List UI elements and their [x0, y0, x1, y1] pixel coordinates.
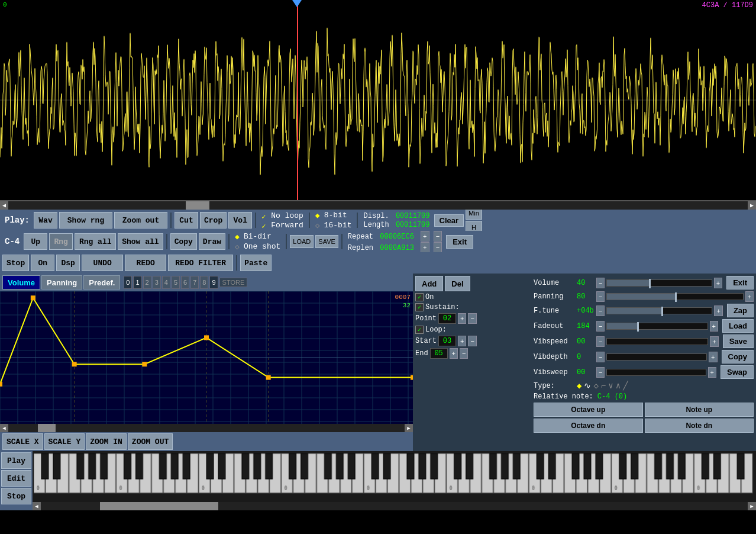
- tab-predef[interactable]: Predef.: [83, 275, 120, 289]
- env-canvas-area[interactable]: 0007 32: [0, 291, 413, 424]
- note-dn-button[interactable]: Note dn: [645, 419, 754, 433]
- piano-scrollbar[interactable]: ◀ ▶: [33, 502, 756, 510]
- end-plus[interactable]: +: [450, 348, 458, 359]
- type-saw[interactable]: ∨: [608, 381, 613, 391]
- load-button[interactable]: LOAD: [290, 235, 314, 248]
- note-up-button[interactable]: Note up: [645, 403, 754, 417]
- paste-button[interactable]: Paste: [240, 255, 272, 271]
- crop-button[interactable]: Crop: [200, 212, 227, 229]
- point-minus[interactable]: −: [468, 313, 476, 324]
- vibdepth-slider[interactable]: [606, 353, 707, 361]
- piano-play-button[interactable]: Play: [1, 452, 31, 469]
- volume-minus[interactable]: −: [596, 278, 605, 288]
- redo-button[interactable]: REDO: [125, 255, 166, 271]
- waveform-scrollbar[interactable]: ◀ ▶: [0, 201, 756, 210]
- scroll-thumb[interactable]: [186, 201, 209, 210]
- vibspeed-minus[interactable]: −: [596, 336, 605, 347]
- replen-minus[interactable]: −: [434, 242, 442, 253]
- draw-button[interactable]: Draw: [199, 233, 225, 250]
- vibspeed-slider[interactable]: [606, 338, 708, 345]
- env-num-9[interactable]: 9: [209, 276, 218, 289]
- volume-slider[interactable]: [606, 279, 712, 287]
- type-wave[interactable]: ∿: [584, 381, 591, 391]
- ftune-minus[interactable]: −: [596, 305, 605, 316]
- forward-option[interactable]: ✓ Forward: [261, 221, 303, 230]
- envelope-canvas[interactable]: [0, 291, 413, 424]
- start-minus[interactable]: −: [468, 336, 476, 346]
- env-num-8[interactable]: 8: [200, 276, 208, 289]
- oneshot-option[interactable]: ◇ One shot: [235, 242, 280, 252]
- env-num-2[interactable]: 2: [143, 276, 151, 289]
- inst-load-button[interactable]: Load: [722, 319, 754, 333]
- undo-button[interactable]: UNDO: [82, 255, 123, 271]
- tab-panning[interactable]: Panning: [41, 275, 82, 289]
- env-scroll-right[interactable]: ▶: [405, 424, 413, 432]
- piano-edit-button[interactable]: Edit: [1, 470, 31, 487]
- copy-button[interactable]: Copy: [170, 233, 197, 250]
- env-num-7[interactable]: 7: [190, 276, 199, 289]
- rng-all-button[interactable]: Rng all: [75, 233, 116, 250]
- no-loop-option[interactable]: ✓ No loop: [261, 211, 303, 220]
- repeat-plus[interactable]: +: [421, 231, 429, 242]
- vibsweep-slider[interactable]: [606, 369, 706, 376]
- bit8-option[interactable]: ◆ 8-bit: [315, 211, 352, 220]
- env-num-6[interactable]: 6: [181, 276, 189, 289]
- zoom-out-env-button[interactable]: ZOOM OUT: [128, 433, 173, 450]
- panning-plus[interactable]: +: [745, 291, 754, 302]
- tab-volume[interactable]: Volume: [2, 275, 40, 289]
- del-button[interactable]: Del: [445, 276, 470, 291]
- piano-keys-visual[interactable]: [33, 451, 756, 502]
- zoom-in-button[interactable]: ZOOM IN: [86, 433, 127, 450]
- store-button[interactable]: STORE: [219, 278, 248, 287]
- piano-stop-button[interactable]: Stop: [1, 488, 31, 504]
- stop-button[interactable]: Stop: [2, 255, 29, 271]
- inst-swap-button[interactable]: Swap: [721, 365, 754, 379]
- env-hscrollbar[interactable]: ◀ ▶: [0, 424, 413, 432]
- add-button[interactable]: Add: [415, 276, 443, 291]
- env-scroll-left[interactable]: ◀: [0, 424, 8, 432]
- vibdepth-minus[interactable]: −: [596, 352, 605, 362]
- dsp-button[interactable]: Dsp: [56, 255, 80, 271]
- bit16-option[interactable]: ◇ 16-bit: [315, 221, 352, 230]
- piano-scroll-left[interactable]: ◀: [33, 502, 41, 510]
- vol-button[interactable]: Vol: [228, 212, 252, 229]
- inst-copy-button[interactable]: Copy: [722, 350, 754, 363]
- panning-slider[interactable]: [606, 293, 743, 300]
- piano-scroll-track[interactable]: [41, 502, 748, 510]
- env-scroll-track[interactable]: [8, 424, 405, 432]
- vibsweep-plus[interactable]: +: [708, 367, 716, 378]
- type-inv[interactable]: ∧: [616, 381, 621, 391]
- start-plus[interactable]: +: [458, 336, 466, 346]
- panning-minus[interactable]: −: [596, 291, 605, 302]
- fadeout-minus[interactable]: −: [596, 321, 605, 332]
- show-all-button[interactable]: Show all: [118, 233, 163, 250]
- up-button[interactable]: Up: [24, 233, 47, 250]
- vibdepth-plus[interactable]: +: [709, 352, 717, 362]
- env-num-1[interactable]: 1: [133, 276, 141, 289]
- on-checkbox[interactable]: [415, 293, 424, 301]
- fadeout-plus[interactable]: +: [710, 321, 718, 332]
- volume-plus[interactable]: +: [714, 278, 722, 288]
- ftune-slider[interactable]: [606, 307, 712, 314]
- piano-scroll-right[interactable]: ▶: [748, 502, 756, 510]
- env-num-5[interactable]: 5: [172, 276, 180, 289]
- env-scroll-thumb[interactable]: [38, 424, 56, 432]
- show-rng-button[interactable]: Show rng: [59, 212, 112, 229]
- zap-button[interactable]: Zap: [727, 304, 754, 317]
- on-button[interactable]: On: [31, 255, 54, 271]
- sustain-checkbox[interactable]: [415, 303, 424, 311]
- bidir-option[interactable]: ◆ Bi-dir: [235, 232, 280, 242]
- vibsweep-minus[interactable]: −: [596, 367, 605, 378]
- rng-button[interactable]: Rng: [49, 233, 73, 250]
- zoom-out-button[interactable]: Zoom out: [114, 212, 167, 229]
- scroll-right-arrow[interactable]: ▶: [748, 201, 756, 210]
- redo-filter-button[interactable]: REDO FILTER: [168, 255, 233, 271]
- scroll-left-arrow[interactable]: ◀: [0, 201, 8, 210]
- replen-plus[interactable]: +: [421, 242, 429, 253]
- waveform-display[interactable]: [0, 0, 756, 200]
- loop-checkbox[interactable]: [415, 326, 424, 334]
- save-button[interactable]: SAVE: [315, 235, 338, 248]
- type-sine[interactable]: ◆: [577, 381, 581, 391]
- clear-button[interactable]: Clear: [434, 214, 464, 227]
- fadeout-slider[interactable]: [606, 323, 707, 330]
